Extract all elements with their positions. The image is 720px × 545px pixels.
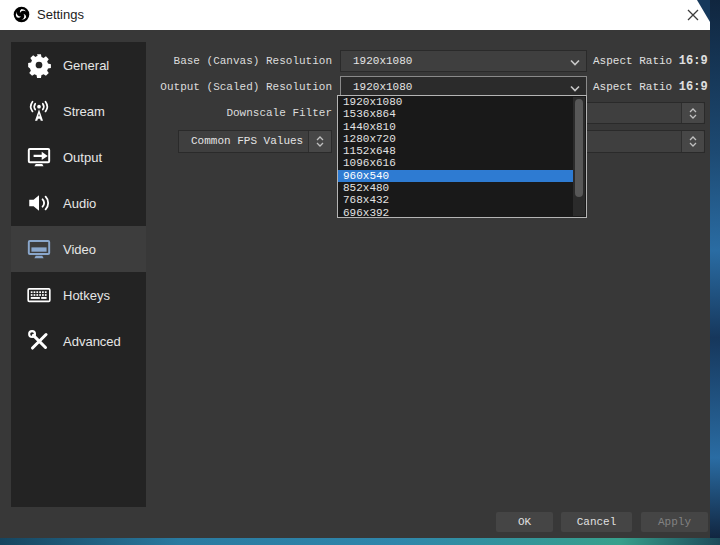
monitor-arrow-icon — [25, 143, 53, 171]
sidebar-item-label: Stream — [63, 104, 105, 119]
monitor-icon — [25, 235, 53, 263]
keyboard-icon — [25, 281, 53, 309]
resolution-dropdown-list: 1920x10801536x8641440x8101280x7201152x64… — [338, 96, 573, 217]
dropdown-item[interactable]: 960x540 — [338, 170, 573, 182]
sidebar-item-hotkeys[interactable]: Hotkeys — [11, 272, 146, 318]
sidebar-item-label: General — [63, 58, 109, 73]
sidebar-item-stream[interactable]: Stream — [11, 88, 146, 134]
spinner-arrows-icon[interactable] — [681, 103, 704, 123]
obs-logo-icon — [13, 6, 30, 23]
apply-button[interactable]: Apply — [641, 512, 708, 532]
base-resolution-label: Base (Canvas) Resolution — [150, 50, 332, 72]
dropdown-scrollbar-thumb[interactable] — [575, 99, 583, 197]
sidebar-item-video[interactable]: Video — [11, 226, 146, 272]
downscale-filter-label: Downscale Filter — [150, 102, 332, 124]
titlebar[interactable]: Settings — [0, 0, 710, 30]
sidebar-item-label: Video — [63, 242, 96, 257]
sidebar-item-label: Output — [63, 150, 102, 165]
speaker-icon — [25, 189, 53, 217]
base-resolution-value: 1920x1080 — [353, 51, 412, 71]
dropdown-scrollbar[interactable] — [573, 97, 585, 216]
window-title: Settings — [37, 0, 84, 30]
sidebar-item-general[interactable]: General — [11, 42, 146, 88]
sidebar-item-label: Advanced — [63, 334, 121, 349]
dropdown-item[interactable]: 696x392 — [338, 207, 573, 217]
desktop-bottom-strip — [0, 538, 720, 545]
spinner-arrows-icon[interactable] — [681, 131, 704, 152]
ok-button[interactable]: OK — [496, 512, 553, 532]
resolution-dropdown-popup: 1920x10801536x8641440x8101280x7201152x64… — [337, 95, 587, 218]
output-aspect-ratio: Aspect Ratio 16:9 — [593, 76, 708, 98]
dropdown-item[interactable]: 768x432 — [338, 194, 573, 206]
aspect-label: Aspect Ratio — [593, 81, 672, 93]
dropdown-item[interactable]: 1536x864 — [338, 108, 573, 120]
output-resolution-label: Output (Scaled) Resolution — [150, 76, 332, 98]
base-aspect-ratio: Aspect Ratio 16:9 — [593, 50, 708, 72]
tools-icon — [25, 327, 53, 355]
cancel-button[interactable]: Cancel — [561, 512, 632, 532]
sidebar-item-label: Hotkeys — [63, 288, 110, 303]
spinner-arrows-icon[interactable] — [308, 131, 331, 152]
settings-window: Settings General Stream Output — [0, 0, 710, 538]
broadcast-icon — [25, 97, 53, 125]
dropdown-item[interactable]: 1440x810 — [338, 121, 573, 133]
sidebar-item-label: Audio — [63, 196, 96, 211]
aspect-value: 16:9 — [679, 54, 708, 68]
settings-nav: General Stream Output Audio Video — [11, 42, 146, 507]
aspect-label: Aspect Ratio — [593, 55, 672, 67]
dropdown-item[interactable]: 1920x1080 — [338, 96, 573, 108]
fps-type-value: Common FPS Values — [191, 131, 303, 151]
sidebar-item-output[interactable]: Output — [11, 134, 146, 180]
dropdown-item[interactable]: 1280x720 — [338, 133, 573, 145]
dropdown-item[interactable]: 1152x648 — [338, 145, 573, 157]
fps-type-combo[interactable]: Common FPS Values — [178, 130, 332, 153]
base-resolution-combo[interactable]: 1920x1080 — [340, 50, 587, 72]
dropdown-item[interactable]: 1096x616 — [338, 157, 573, 169]
output-resolution-value: 1920x1080 — [353, 77, 412, 97]
dropdown-item[interactable]: 852x480 — [338, 182, 573, 194]
aspect-value: 16:9 — [679, 80, 708, 94]
sidebar-item-audio[interactable]: Audio — [11, 180, 146, 226]
chevron-down-icon — [570, 52, 580, 70]
close-icon[interactable] — [682, 4, 704, 26]
sidebar-item-advanced[interactable]: Advanced — [11, 318, 146, 364]
gear-icon — [25, 51, 53, 79]
chevron-down-icon — [570, 78, 580, 96]
